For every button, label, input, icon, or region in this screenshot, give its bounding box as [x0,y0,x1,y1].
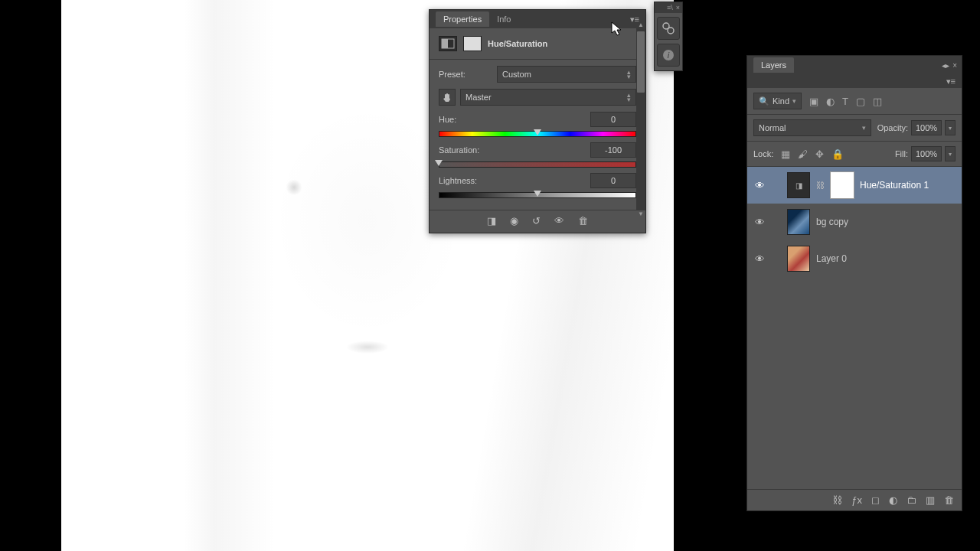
panel-collapse-icon[interactable]: ◂▸ [942,61,949,70]
filter-shape-icon[interactable]: ▢ [856,96,865,107]
opacity-stepper[interactable]: ▾ [945,120,956,135]
filter-smart-icon[interactable]: ◫ [873,96,882,107]
dropdown-arrows-icon: ▴▾ [627,93,631,102]
view-previous-icon[interactable]: ◉ [510,215,518,227]
hue-label: Hue: [439,115,456,124]
preset-dropdown[interactable]: Custom ▴▾ [497,66,636,83]
svg-rect-5 [442,39,448,48]
lock-fill-row: Lock: ▦ 🖌 ✥ 🔒 Fill: 100% ▾ [747,142,962,167]
hue-slider[interactable] [439,130,636,138]
hand-icon [442,92,452,103]
search-icon: 🔍 [759,96,769,106]
layer-row-bg-copy[interactable]: 👁 bg copy [747,204,962,240]
lock-all-icon[interactable]: 🔒 [831,148,844,160]
dropdown-arrows-icon: ▾ [862,126,866,130]
layer-mask-thumb[interactable] [831,172,854,198]
adjustments-icon [662,21,675,35]
filter-pixel-icon[interactable]: ▣ [809,96,818,107]
hue-slider-thumb[interactable] [534,129,541,135]
adjustment-type-icon [439,36,457,51]
collapsed-dock: ≡\ × i [654,2,683,71]
adjustment-header: Hue/Saturation [430,28,645,60]
new-adjustment-icon[interactable]: ◐ [889,494,897,506]
filter-adjustment-icon[interactable]: ◐ [826,96,835,107]
filter-kind-dropdown[interactable]: 🔍 Kind ▾ [753,93,802,109]
layer-name[interactable]: bg copy [816,217,848,227]
layer-name[interactable]: Hue/Saturation 1 [860,180,929,191]
visibility-toggle[interactable]: 👁 [753,217,766,228]
channel-value: Master [466,93,492,102]
layer-thumb [787,246,810,272]
dock-collapse-icon[interactable]: ≡\ [667,4,673,11]
lightness-slider[interactable] [439,191,636,199]
fill-label: Fill: [895,149,908,158]
fill-stepper[interactable]: ▾ [945,146,956,161]
link-layers-icon[interactable]: ⛓ [832,494,842,506]
lock-position-icon[interactable]: ✥ [815,148,824,160]
delete-layer-icon[interactable]: 🗑 [944,494,954,506]
saturation-slider-thumb[interactable] [435,160,443,166]
lightness-value[interactable]: 0 [590,173,636,188]
layers-footer: ⛓ ƒx ◻ ◐ 🗀 ▥ 🗑 [747,489,962,510]
link-icon: ⛓ [816,181,825,190]
adjustment-mask-icon [463,36,482,51]
layer-row-hue-saturation[interactable]: 👁 ◨ ⛓ Hue/Saturation 1 [747,167,962,204]
layer-name[interactable]: Layer 0 [816,253,847,264]
blend-opacity-row: Normal ▾ Opacity: 100% ▾ [747,115,962,142]
lightness-label: Lightness: [439,176,477,185]
dock-close-icon[interactable]: × [676,4,680,11]
channel-dropdown[interactable]: Master ▴▾ [460,89,636,106]
scroll-up-icon[interactable]: ▲ [636,21,645,28]
filter-type-icon[interactable]: T [842,96,848,107]
blend-mode-dropdown[interactable]: Normal ▾ [753,119,871,136]
lightness-slider-thumb[interactable] [534,191,541,197]
scrollbar-thumb[interactable] [637,31,645,93]
saturation-label: Saturation: [439,145,479,155]
delete-adjustment-icon[interactable]: 🗑 [578,215,588,227]
blend-mode-value: Normal [759,123,786,132]
new-layer-icon[interactable]: ▥ [926,494,935,506]
preset-label: Preset: [439,70,492,79]
lock-label: Lock: [753,149,773,158]
layer-row-layer0[interactable]: 👁 Layer 0 [747,240,962,277]
hue-value[interactable]: 0 [590,112,636,127]
tab-info[interactable]: Info [489,11,518,27]
properties-footer: ◨ ◉ ↺ 👁 🗑 [430,210,645,233]
clip-to-layer-icon[interactable]: ◨ [487,215,496,227]
saturation-gradient [439,161,636,168]
lock-pixels-icon[interactable]: 🖌 [798,148,808,160]
properties-scrollbar[interactable]: ▲ ▼ [636,28,645,210]
visibility-toggle[interactable]: 👁 [753,253,766,265]
svg-point-1 [668,28,674,34]
info-dock-button[interactable]: i [657,44,680,67]
layer-thumb [787,209,810,235]
preset-value: Custom [502,70,531,79]
fx-icon[interactable]: ƒx [851,494,862,506]
saturation-value[interactable]: -100 [590,142,636,158]
adjustment-title: Hue/Saturation [488,39,547,48]
toggle-visibility-icon[interactable]: 👁 [554,215,564,227]
layers-tabbar: Layers ◂▸ × [747,56,962,74]
reset-icon[interactable]: ↺ [532,215,541,227]
panel-close-icon[interactable]: × [952,61,957,70]
layers-panel: Layers ◂▸ × ▾≡ 🔍 Kind ▾ ▣ ◐ T ▢ ◫ Normal… [746,55,962,511]
tab-properties[interactable]: Properties [436,11,489,27]
targeted-adjust-tool[interactable] [439,89,456,106]
saturation-slider[interactable] [439,161,636,168]
opacity-value[interactable]: 100% [911,120,942,135]
layers-panel-menu-icon[interactable]: ▾≡ [943,77,959,86]
adjustments-dock-button[interactable] [657,17,680,40]
scroll-down-icon[interactable]: ▼ [636,210,645,217]
lock-transparency-icon[interactable]: ▦ [781,148,790,160]
visibility-toggle[interactable]: 👁 [753,180,766,191]
add-mask-icon[interactable]: ◻ [871,494,880,506]
layer-filter-row: 🔍 Kind ▾ ▣ ◐ T ▢ ◫ [747,88,962,115]
fill-value[interactable]: 100% [911,146,942,161]
adjustment-thumb-icon: ◨ [787,172,810,198]
properties-tabbar: Properties Info ▾≡ [430,10,645,28]
dropdown-arrows-icon: ▴▾ [627,70,631,79]
new-group-icon[interactable]: 🗀 [906,494,916,506]
filter-kind-value: Kind [773,96,789,106]
tab-layers[interactable]: Layers [753,57,794,73]
dropdown-arrows-icon: ▾ [792,99,796,103]
